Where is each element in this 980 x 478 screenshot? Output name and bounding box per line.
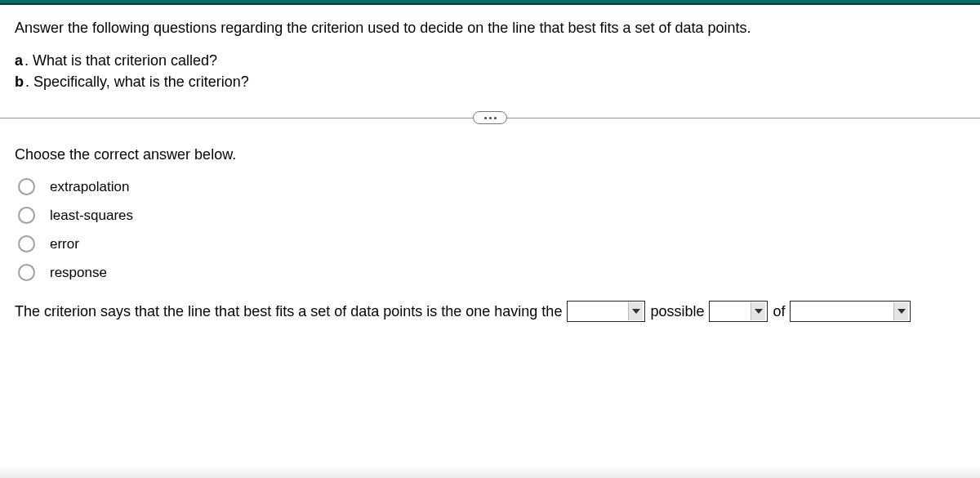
sub-q-letter-b: b xyxy=(15,71,24,92)
svg-marker-2 xyxy=(898,309,906,314)
sub-q-text-b: Specifically, what is the criterion? xyxy=(33,71,249,92)
radio-least-squares[interactable] xyxy=(18,207,35,224)
question-intro: Answer the following questions regarding… xyxy=(15,18,965,38)
choose-prompt: Choose the correct answer below. xyxy=(15,146,965,163)
expand-collapse-button[interactable] xyxy=(473,111,507,124)
option-label: extrapolation xyxy=(50,179,129,195)
section-divider xyxy=(0,110,980,125)
content-area: Answer the following questions regarding… xyxy=(0,5,980,322)
chevron-down-icon xyxy=(893,302,908,320)
bottom-shadow xyxy=(0,467,980,478)
svg-marker-0 xyxy=(632,309,640,314)
sub-q-letter-a: a xyxy=(15,50,23,71)
option-label: error xyxy=(50,236,79,252)
option-label: response xyxy=(50,265,107,281)
option-row: least-squares xyxy=(18,207,965,224)
dropdown-3[interactable] xyxy=(790,301,911,322)
option-row: error xyxy=(18,235,965,252)
sub-question-a: a . What is that criterion called? xyxy=(15,50,965,71)
sentence-word-of: of xyxy=(773,303,785,320)
chevron-down-icon xyxy=(751,302,765,320)
sub-q-text-a: What is that criterion called? xyxy=(33,50,217,71)
option-row: response xyxy=(18,264,965,281)
svg-marker-1 xyxy=(755,309,763,314)
option-label: least-squares xyxy=(50,208,133,224)
dropdown-2[interactable] xyxy=(709,301,768,322)
option-row: extrapolation xyxy=(18,178,965,195)
sentence-word-possible: possible xyxy=(650,303,704,320)
sub-q-dot: . xyxy=(24,50,29,71)
sub-question-b: b . Specifically, what is the criterion? xyxy=(15,71,965,92)
fill-in-sentence: The criterion says that the line that be… xyxy=(15,301,965,322)
sub-questions: a . What is that criterion called? b . S… xyxy=(15,50,965,92)
ellipsis-icon xyxy=(484,117,497,119)
options-group: extrapolation least-squares error respon… xyxy=(18,178,965,281)
chevron-down-icon xyxy=(628,302,643,320)
radio-response[interactable] xyxy=(18,264,35,281)
sentence-part1: The criterion says that the line that be… xyxy=(15,303,562,320)
radio-error[interactable] xyxy=(18,235,35,252)
dropdown-1[interactable] xyxy=(567,301,645,322)
sub-q-dot: . xyxy=(25,71,29,92)
radio-extrapolation[interactable] xyxy=(18,178,35,195)
